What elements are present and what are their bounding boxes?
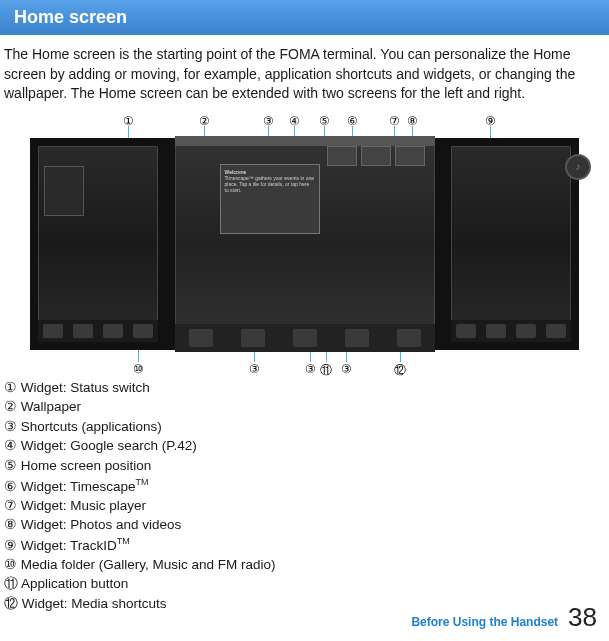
misc-widget (395, 146, 425, 166)
legend-list: ① Widget: Status switch② Wallpaper③ Shor… (0, 374, 609, 618)
dock-shortcut-icon (486, 324, 506, 338)
legend-item: ⑩ Media folder (Gallery, Music and FM ra… (4, 555, 605, 575)
media-folder-widget (44, 166, 84, 216)
callout-number: ③ (305, 362, 316, 376)
legend-item: ⑦ Widget: Music player (4, 496, 605, 516)
dock-left (38, 320, 158, 342)
trademark-symbol: TM (117, 536, 130, 546)
dock-shortcut-icon (189, 329, 213, 347)
application-button-icon (293, 329, 317, 347)
dock-shortcut-icon (456, 324, 476, 338)
legend-item: ② Wallpaper (4, 397, 605, 417)
legend-item: ⑥ Widget: TimescapeTM (4, 476, 605, 496)
legend-item: ④ Widget: Google search (P.42) (4, 436, 605, 456)
timescape-dialog: Welcome Timescape™ gathers your events i… (220, 164, 320, 234)
callout-number: ⑫ (394, 362, 406, 379)
intro-paragraph: The Home screen is the starting point of… (0, 45, 609, 104)
dock-shortcut-icon (516, 324, 536, 338)
media-shortcuts-widget (397, 329, 421, 347)
callout-number: ③ (249, 362, 260, 376)
section-header: Home screen (0, 0, 609, 35)
legend-item: ⑪ Application button (4, 574, 605, 594)
dock-shortcut-icon (345, 329, 369, 347)
dock-shortcut-icon (241, 329, 265, 347)
page-number: 38 (568, 602, 597, 633)
dock-shortcut-icon (133, 324, 153, 338)
callout-number: ③ (341, 362, 352, 376)
dock-shortcut-icon (103, 324, 123, 338)
dock-shortcut-icon (546, 324, 566, 338)
dock-center (175, 324, 435, 352)
homescreen-panel-center: Welcome Timescape™ gathers your events i… (175, 136, 435, 352)
dock-shortcut-icon (73, 324, 93, 338)
trackid-widget-icon: ♪ (565, 154, 591, 180)
homescreen-panel-left (38, 146, 158, 342)
music-player-widget (327, 146, 357, 166)
photos-widget (361, 146, 391, 166)
status-bar (175, 136, 435, 146)
homescreen-panel-right: ♪ (451, 146, 571, 342)
legend-item: ⑨ Widget: TrackIDTM (4, 535, 605, 555)
dock-right (451, 320, 571, 342)
trademark-symbol: TM (136, 477, 149, 487)
legend-item: ③ Shortcuts (applications) (4, 417, 605, 437)
dialog-body: Timescape™ gathers your events in one pl… (225, 175, 315, 193)
callout-number: ⑪ (320, 362, 332, 379)
footer-breadcrumb: Before Using the Handset (411, 615, 558, 629)
callout-number: ⑩ (133, 362, 144, 376)
page-footer: Before Using the Handset 38 (411, 602, 597, 633)
diagram-area: ①②③④⑤⑥⑦⑧⑨ ⑩③③⑪③⑫ Welcome Tim (0, 114, 609, 374)
legend-item: ⑧ Widget: Photos and videos (4, 515, 605, 535)
screenshot-stage: Welcome Timescape™ gathers your events i… (30, 138, 579, 350)
section-title-text: Home screen (14, 7, 127, 27)
widget-row (327, 146, 427, 166)
dock-shortcut-icon (43, 324, 63, 338)
legend-item: ① Widget: Status switch (4, 378, 605, 398)
legend-item: ⑤ Home screen position (4, 456, 605, 476)
